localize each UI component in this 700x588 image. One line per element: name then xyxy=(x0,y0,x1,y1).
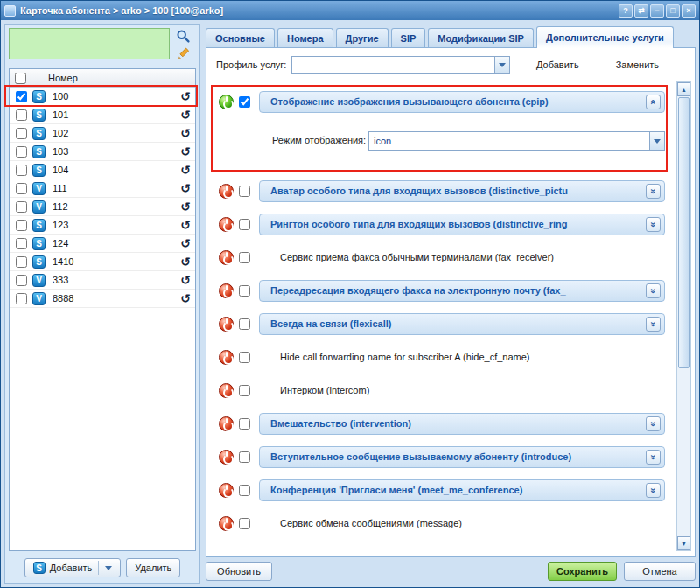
tab-main[interactable]: Основные xyxy=(206,28,275,47)
power-off-icon[interactable] xyxy=(219,350,234,365)
tab-sip-modifications[interactable]: Модификации SIP xyxy=(428,28,534,47)
row-checkbox[interactable] xyxy=(16,220,27,231)
row-checkbox[interactable] xyxy=(16,91,27,102)
history-icon[interactable]: ↺ xyxy=(180,127,191,139)
power-off-icon[interactable] xyxy=(219,250,234,265)
edit-pencil-icon[interactable] xyxy=(173,46,192,62)
refresh-icon[interactable]: ⇄ xyxy=(634,4,648,18)
chevron-up-icon[interactable]: « xyxy=(646,94,661,109)
scroll-track[interactable] xyxy=(677,369,690,536)
history-icon[interactable]: ↺ xyxy=(180,219,191,231)
history-icon[interactable]: ↺ xyxy=(180,164,191,176)
power-off-icon[interactable] xyxy=(219,317,234,332)
history-icon[interactable]: ↺ xyxy=(180,182,191,194)
power-off-icon[interactable] xyxy=(219,416,234,431)
chevron-down-icon[interactable]: » xyxy=(646,450,661,465)
tab-additional-services[interactable]: Дополнительные услуги xyxy=(536,26,674,48)
service-bar[interactable]: Аватар особого типа для входящих вызовов… xyxy=(259,180,665,202)
service-checkbox[interactable] xyxy=(239,385,250,396)
service-bar[interactable]: Конференция 'Пригласи меня' (meet_me_con… xyxy=(259,480,665,501)
power-off-icon[interactable] xyxy=(219,284,234,298)
table-row[interactable]: V 111 ↺ xyxy=(10,179,195,198)
service-checkbox[interactable] xyxy=(239,96,250,108)
history-icon[interactable]: ↺ xyxy=(180,108,191,121)
row-checkbox[interactable] xyxy=(16,128,27,139)
row-checkbox[interactable] xyxy=(16,238,27,249)
profile-add-button[interactable]: Добавить xyxy=(536,60,579,70)
search-icon[interactable] xyxy=(173,28,192,45)
table-row[interactable]: S 104 ↺ xyxy=(10,161,195,179)
chevron-down-icon[interactable]: » xyxy=(646,416,661,431)
row-checkbox[interactable] xyxy=(16,293,27,304)
chevron-down-icon[interactable]: » xyxy=(646,317,661,332)
service-checkbox[interactable] xyxy=(239,418,250,430)
tab-sip[interactable]: SIP xyxy=(391,28,426,47)
power-off-icon[interactable] xyxy=(219,217,234,232)
cancel-button[interactable]: Отмена xyxy=(624,562,696,581)
service-checkbox[interactable] xyxy=(239,285,250,297)
tab-other[interactable]: Другие xyxy=(336,28,388,47)
row-checkbox[interactable] xyxy=(16,146,27,158)
maximize-icon[interactable]: □ xyxy=(666,4,680,18)
table-row[interactable]: S 100 ↺ xyxy=(10,88,195,106)
chevron-down-icon[interactable]: » xyxy=(646,483,661,498)
help-icon[interactable]: ? xyxy=(619,4,633,18)
history-icon[interactable]: ↺ xyxy=(180,145,191,158)
service-checkbox[interactable] xyxy=(239,318,250,330)
table-row[interactable]: S 1410 ↺ xyxy=(10,253,195,271)
power-off-icon[interactable] xyxy=(219,383,234,398)
power-off-icon[interactable] xyxy=(219,450,234,465)
select-all-checkbox[interactable] xyxy=(15,73,26,84)
history-icon[interactable]: ↺ xyxy=(180,256,191,268)
dropdown-arrow-icon[interactable] xyxy=(105,566,112,570)
chevron-down-icon[interactable]: » xyxy=(646,284,661,298)
refresh-button[interactable]: Обновить xyxy=(206,562,272,581)
row-checkbox[interactable] xyxy=(16,109,27,121)
service-bar[interactable]: Вмешательство (intervention) » xyxy=(259,413,665,435)
save-button[interactable]: Сохранить xyxy=(548,562,617,581)
service-checkbox[interactable] xyxy=(239,518,250,529)
number-column-header[interactable]: Номер xyxy=(32,73,78,83)
scroll-up-icon[interactable]: ▲ xyxy=(677,82,690,96)
profile-replace-button[interactable]: Заменить xyxy=(616,60,659,70)
table-row[interactable]: S 101 ↺ xyxy=(10,106,195,124)
service-bar[interactable]: Отображение изображения вызывающего абон… xyxy=(259,91,665,113)
service-bar[interactable]: Вступительное сообщение вызываемому абон… xyxy=(259,446,665,468)
service-bar[interactable]: Переадресация входящего факса на электро… xyxy=(259,280,665,302)
row-checkbox[interactable] xyxy=(16,256,27,268)
scroll-thumb[interactable] xyxy=(678,97,690,368)
row-checkbox[interactable] xyxy=(16,275,27,286)
table-row[interactable]: V 112 ↺ xyxy=(10,198,195,216)
history-icon[interactable]: ↺ xyxy=(180,292,191,304)
dropdown-arrow-icon[interactable] xyxy=(649,132,664,150)
service-checkbox[interactable] xyxy=(239,452,250,463)
close-icon[interactable]: × xyxy=(682,4,696,18)
table-row[interactable]: S 102 ↺ xyxy=(10,124,195,143)
service-bar[interactable]: Всегда на связи (flexicall) » xyxy=(259,313,665,335)
history-icon[interactable]: ↺ xyxy=(180,90,191,102)
tab-numbers[interactable]: Номера xyxy=(277,28,333,47)
service-checkbox[interactable] xyxy=(239,485,250,496)
table-row[interactable]: V 8888 ↺ xyxy=(10,290,195,308)
history-icon[interactable]: ↺ xyxy=(180,200,191,213)
power-off-icon[interactable] xyxy=(219,483,234,498)
table-row[interactable]: V 333 ↺ xyxy=(10,271,195,290)
row-checkbox[interactable] xyxy=(16,183,27,194)
add-number-button[interactable]: S Добавить xyxy=(24,558,122,578)
service-checkbox[interactable] xyxy=(239,252,250,263)
power-off-icon[interactable] xyxy=(219,516,234,531)
table-row[interactable]: S 123 ↺ xyxy=(10,216,195,234)
services-scrollbar[interactable]: ▲ ▼ xyxy=(676,81,691,551)
scroll-down-icon[interactable]: ▼ xyxy=(677,536,690,550)
service-checkbox[interactable] xyxy=(239,219,250,230)
row-checkbox[interactable] xyxy=(16,201,27,213)
chevron-down-icon[interactable]: » xyxy=(646,217,661,232)
delete-number-button[interactable]: Удалить xyxy=(126,558,180,578)
service-checkbox[interactable] xyxy=(239,186,250,197)
service-checkbox[interactable] xyxy=(239,352,250,363)
profile-select[interactable] xyxy=(291,56,510,74)
dropdown-arrow-icon[interactable] xyxy=(494,57,509,74)
history-icon[interactable]: ↺ xyxy=(180,237,191,249)
minimize-icon[interactable]: − xyxy=(650,4,664,18)
display-mode-select[interactable]: icon xyxy=(368,131,665,150)
